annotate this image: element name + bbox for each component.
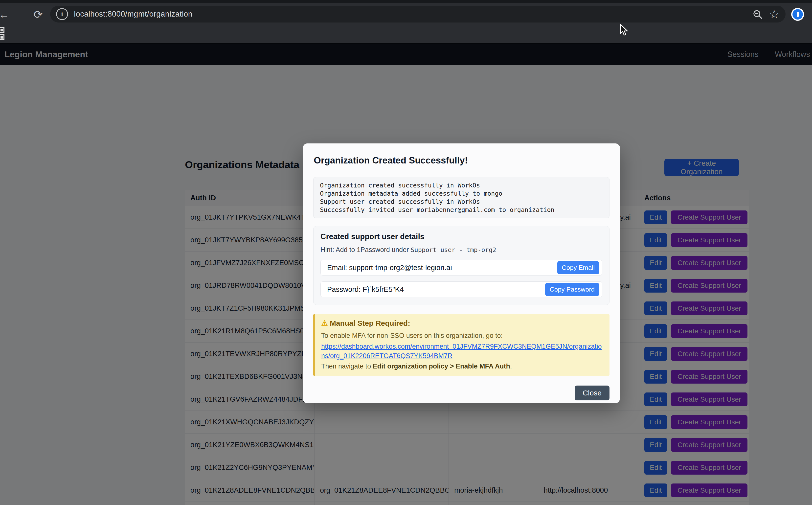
screen: ← → ⟳ i localhost:8000/mgmt/organization…	[0, 0, 812, 505]
support-details-title: Created support user details	[321, 232, 602, 241]
workos-dashboard-link[interactable]: https://dashboard.workos.com/environment…	[321, 342, 603, 361]
back-icon[interactable]: ←	[0, 7, 11, 22]
mouse-cursor	[619, 24, 631, 37]
organization-created-modal: Organization Created Successfully! Organ…	[303, 143, 620, 403]
onepassword-inner	[792, 9, 803, 19]
status-line: Support user created successfully in Wor…	[320, 198, 603, 206]
support-email-text: Email: support-tmp-org2@test-legion.ai	[327, 264, 452, 272]
manual-step-warning: ⚠Manual Step Required: To enable MFA for…	[313, 314, 609, 376]
url-bar[interactable]: i localhost:8000/mgmt/organization ☆	[50, 6, 786, 22]
window-top-strip	[0, 0, 812, 3]
warning-then-prefix: Then navigate to	[321, 363, 373, 370]
status-line: Organization created successfully in Wor…	[320, 181, 603, 189]
status-line: Successfully invited user moriabenner@gm…	[320, 206, 603, 214]
modal-footer: Close	[313, 385, 609, 400]
copy-email-button[interactable]: Copy Email	[557, 261, 599, 274]
warning-then-bold: Edit organization policy > Enable MFA Au…	[373, 363, 510, 370]
tab-grid-icon[interactable]	[0, 27, 4, 41]
onepassword-hint: Hint: Add to 1Password under Support use…	[321, 246, 602, 254]
warning-title: ⚠Manual Step Required:	[321, 319, 603, 327]
warning-instruction: To enable MFA for non-SSO users on this …	[321, 331, 603, 340]
zoom-out-icon[interactable]	[753, 9, 763, 20]
status-line: Organization metadata added successfully…	[320, 189, 603, 198]
warning-then-suffix: .	[510, 363, 512, 370]
email-row: Email: support-tmp-org2@test-legion.ai C…	[321, 260, 602, 276]
site-info-icon[interactable]: i	[56, 8, 68, 20]
copy-password-button[interactable]: Copy Password	[545, 283, 599, 296]
close-button[interactable]: Close	[575, 385, 609, 400]
onepassword-extension-icon[interactable]	[791, 8, 804, 21]
url-text[interactable]: localhost:8000/mgmt/organization	[74, 10, 193, 19]
hint-prefix: Hint: Add to 1Password under	[321, 246, 411, 254]
hint-code: Support user - tmp-org2	[411, 246, 496, 254]
warning-navigate-instruction: Then navigate to Edit organization polic…	[321, 363, 603, 370]
status-log-box: Organization created successfully in Wor…	[313, 177, 609, 218]
onepassword-slot	[797, 12, 799, 17]
password-row: Password: F}`k5frE5"K4 Copy Password	[321, 282, 602, 297]
reload-icon[interactable]: ⟳	[31, 7, 45, 22]
warning-title-text: Manual Step Required:	[330, 319, 410, 327]
bookmark-star-icon[interactable]: ☆	[769, 9, 780, 20]
support-password-text: Password: F}`k5frE5"K4	[327, 285, 404, 294]
support-user-details-card: Created support user details Hint: Add t…	[313, 226, 609, 305]
browser-chrome: ← → ⟳ i localhost:8000/mgmt/organization…	[0, 0, 812, 43]
modal-title: Organization Created Successfully!	[314, 155, 609, 166]
warning-triangle-icon: ⚠	[321, 319, 328, 327]
